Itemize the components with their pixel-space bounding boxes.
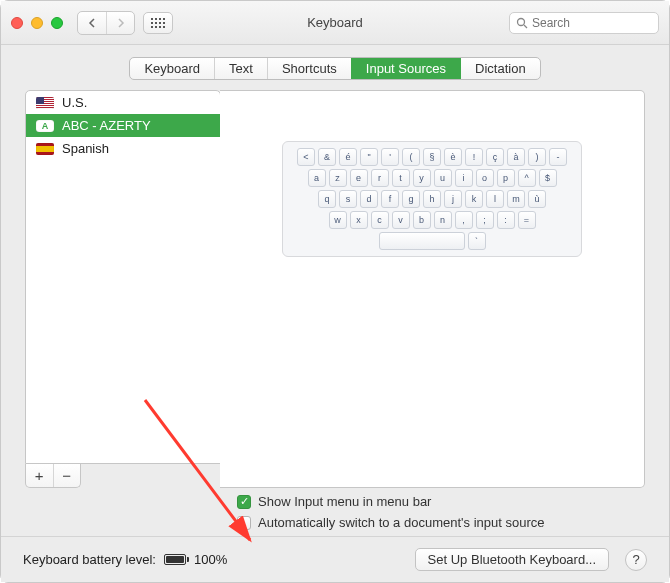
battery-value: 100%	[194, 552, 227, 567]
battery-icon	[164, 554, 186, 565]
key: è	[444, 148, 462, 166]
show-input-menu-label: Show Input menu in menu bar	[258, 494, 431, 509]
search-icon	[516, 17, 528, 29]
input-source-row[interactable]: Spanish	[26, 137, 220, 160]
key	[379, 232, 465, 250]
tab-shortcuts[interactable]: Shortcuts	[267, 58, 351, 79]
input-source-list[interactable]: U.S.AABC - AZERTYSpanish	[25, 90, 221, 464]
key: y	[413, 169, 431, 187]
key: <	[297, 148, 315, 166]
key: ,	[455, 211, 473, 229]
svg-line-1	[524, 25, 527, 28]
traffic-lights	[11, 17, 63, 29]
checkbox-icon	[237, 495, 251, 509]
key: "	[360, 148, 378, 166]
preferences-window: Keyboard Keyboard Text Shortcuts Input S…	[0, 0, 670, 583]
keyboard-layout-preview: <&é"'(§è!çà)-azertyuiop^$qsdfghjklmùwxcv…	[282, 141, 582, 257]
key: ;	[476, 211, 494, 229]
key: :	[497, 211, 515, 229]
key: s	[339, 190, 357, 208]
key: t	[392, 169, 410, 187]
search-input[interactable]	[532, 16, 670, 30]
nav-back-forward	[77, 11, 135, 35]
tab-dictation[interactable]: Dictation	[460, 58, 540, 79]
auto-switch-label: Automatically switch to a document's inp…	[258, 515, 544, 530]
options-area: Show Input menu in menu bar Automaticall…	[221, 488, 645, 536]
panels: U.S.AABC - AZERTYSpanish + − <&é"'(§è!çà…	[25, 90, 645, 488]
input-source-row[interactable]: AABC - AZERTY	[26, 114, 220, 137]
input-source-label: ABC - AZERTY	[62, 118, 151, 133]
tab-segment: Keyboard Text Shortcuts Input Sources Di…	[129, 57, 540, 80]
show-input-menu-checkbox[interactable]: Show Input menu in menu bar	[237, 494, 645, 509]
grid-icon	[151, 18, 165, 28]
key: d	[360, 190, 378, 208]
forward-button[interactable]	[106, 12, 134, 34]
key: )	[528, 148, 546, 166]
input-source-label: U.S.	[62, 95, 87, 110]
flag-es-icon	[36, 143, 54, 155]
key: l	[486, 190, 504, 208]
key: v	[392, 211, 410, 229]
key: j	[444, 190, 462, 208]
titlebar: Keyboard	[1, 1, 669, 45]
close-window-button[interactable]	[11, 17, 23, 29]
key: g	[402, 190, 420, 208]
key: ù	[528, 190, 546, 208]
remove-source-button[interactable]: −	[53, 464, 81, 487]
auto-switch-checkbox[interactable]: Automatically switch to a document's inp…	[237, 515, 645, 530]
key: o	[476, 169, 494, 187]
battery-label: Keyboard battery level:	[23, 552, 156, 567]
key: r	[371, 169, 389, 187]
key: '	[381, 148, 399, 166]
key: h	[423, 190, 441, 208]
key: à	[507, 148, 525, 166]
add-source-button[interactable]: +	[26, 464, 53, 487]
key: f	[381, 190, 399, 208]
back-button[interactable]	[78, 12, 106, 34]
help-button[interactable]: ?	[625, 549, 647, 571]
key: u	[434, 169, 452, 187]
svg-point-0	[518, 18, 525, 25]
key: k	[465, 190, 483, 208]
tab-keyboard[interactable]: Keyboard	[130, 58, 214, 79]
add-remove-control: + −	[25, 464, 81, 488]
key: x	[350, 211, 368, 229]
key: $	[539, 169, 557, 187]
checkbox-icon	[237, 516, 251, 530]
keyboard-row: azertyuiop^$	[308, 169, 557, 187]
chevron-left-icon	[88, 18, 96, 28]
key: m	[507, 190, 525, 208]
key: c	[371, 211, 389, 229]
keyboard-row: wxcvbn,;:=	[329, 211, 536, 229]
key: p	[497, 169, 515, 187]
key: a	[308, 169, 326, 187]
key: e	[350, 169, 368, 187]
zoom-window-button[interactable]	[51, 17, 63, 29]
bottom-bar: Keyboard battery level: 100% Set Up Blue…	[1, 536, 669, 582]
flag-us-icon	[36, 97, 54, 109]
key: (	[402, 148, 420, 166]
setup-bluetooth-keyboard-button[interactable]: Set Up Bluetooth Keyboard...	[415, 548, 609, 571]
flag-a-icon: A	[36, 120, 54, 132]
key: z	[329, 169, 347, 187]
key: é	[339, 148, 357, 166]
key: n	[434, 211, 452, 229]
key: &	[318, 148, 336, 166]
keyboard-row: `	[379, 232, 486, 250]
search-field[interactable]	[509, 12, 659, 34]
tab-text[interactable]: Text	[214, 58, 267, 79]
key: i	[455, 169, 473, 187]
key: =	[518, 211, 536, 229]
keyboard-row: <&é"'(§è!çà)-	[297, 148, 567, 166]
tab-input-sources[interactable]: Input Sources	[351, 58, 460, 79]
content-area: U.S.AABC - AZERTYSpanish + − <&é"'(§è!çà…	[1, 90, 669, 536]
keyboard-row: qsdfghjklmù	[318, 190, 546, 208]
key: w	[329, 211, 347, 229]
minimize-window-button[interactable]	[31, 17, 43, 29]
key: `	[468, 232, 486, 250]
key: ^	[518, 169, 536, 187]
left-panel: U.S.AABC - AZERTYSpanish + −	[25, 90, 221, 488]
input-source-row[interactable]: U.S.	[26, 91, 220, 114]
tab-bar: Keyboard Text Shortcuts Input Sources Di…	[1, 45, 669, 90]
show-all-button[interactable]	[143, 12, 173, 34]
